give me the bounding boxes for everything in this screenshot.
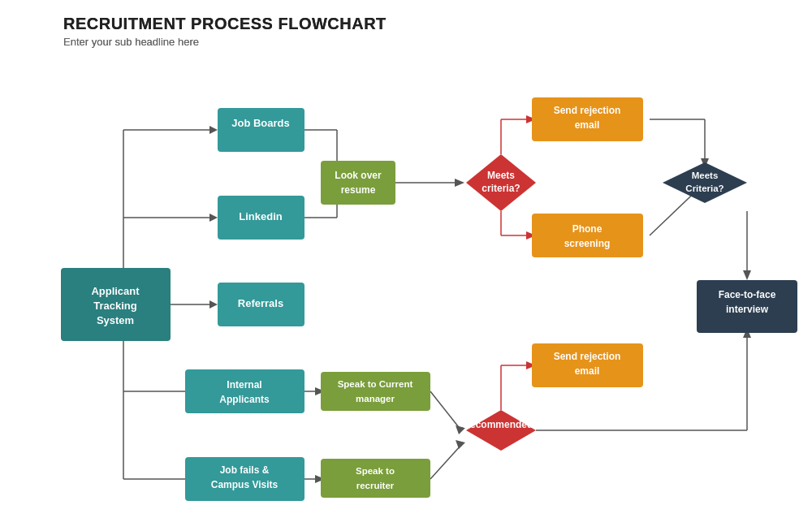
svg-text:Meets: Meets	[487, 170, 515, 181]
meets-criteria-right-diamond	[663, 162, 747, 203]
svg-text:Job fails &: Job fails &	[220, 464, 270, 476]
svg-marker-25	[455, 179, 464, 187]
svg-text:Linkedin: Linkedin	[239, 210, 283, 222]
svg-marker-45	[456, 440, 465, 449]
job-boards-node	[218, 108, 304, 152]
main-title: RECRUITMENT PROCESS FLOWCHART	[63, 15, 387, 33]
svg-text:Referrals: Referrals	[238, 297, 283, 309]
svg-marker-13	[209, 300, 218, 309]
svg-text:Meets: Meets	[692, 171, 719, 180]
sub-title: Enter your sub headline here	[63, 36, 387, 48]
svg-text:Phone: Phone	[572, 223, 603, 235]
svg-text:Applicant: Applicant	[91, 285, 140, 297]
flowchart: Applicant Tracking System Job Boards Lin…	[0, 0, 812, 531]
svg-text:email: email	[575, 365, 600, 377]
svg-line-44	[430, 445, 461, 479]
look-over-resume-node	[321, 161, 395, 205]
svg-text:recruiter: recruiter	[356, 481, 395, 490]
svg-text:Internal: Internal	[227, 379, 261, 391]
svg-marker-38	[743, 270, 751, 280]
internal-applicants-node	[185, 369, 304, 413]
svg-line-43	[430, 391, 461, 430]
svg-text:interview: interview	[726, 304, 769, 315]
svg-marker-11	[209, 214, 218, 222]
title-area: RECRUITMENT PROCESS FLOWCHART Enter your…	[63, 15, 387, 48]
svg-text:Criteria?: Criteria?	[685, 183, 723, 193]
svg-text:screening: screening	[564, 238, 611, 249]
svg-text:Send rejection: Send rejection	[554, 351, 621, 362]
svg-text:Face-to-face: Face-to-face	[719, 289, 776, 300]
phone-screening-node	[532, 214, 643, 257]
svg-text:manager: manager	[356, 394, 395, 404]
svg-text:Applicants: Applicants	[219, 394, 270, 405]
svg-text:criteria?: criteria?	[482, 183, 520, 194]
svg-text:resume: resume	[341, 184, 376, 196]
svg-text:Recommended?: Recommended?	[463, 419, 538, 430]
svg-marker-9	[209, 126, 218, 134]
svg-text:Job Boards: Job Boards	[231, 117, 290, 129]
svg-text:Speak to: Speak to	[356, 466, 395, 476]
svg-text:Speak to Current: Speak to Current	[338, 379, 413, 389]
svg-text:email: email	[575, 119, 600, 131]
svg-text:Look over: Look over	[335, 170, 382, 181]
speak-recruiter-node	[321, 459, 430, 498]
svg-text:System: System	[97, 314, 134, 326]
svg-text:Tracking: Tracking	[93, 300, 137, 312]
speak-current-manager-node	[321, 372, 430, 411]
svg-text:Campus Visits: Campus Visits	[211, 479, 279, 490]
recommended-diamond	[466, 410, 536, 451]
svg-text:Send rejection: Send rejection	[554, 105, 621, 116]
